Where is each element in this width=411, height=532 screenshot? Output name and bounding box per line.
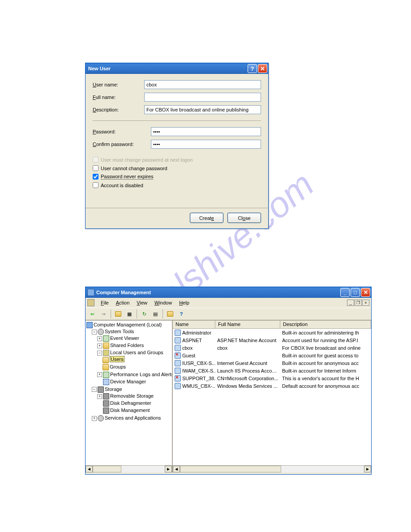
list-row[interactable]: IUSR_CBX-S...Internet Guest AccountBuilt…	[173, 359, 371, 367]
tree-groups[interactable]: Groups	[103, 364, 171, 371]
user-icon	[175, 352, 181, 359]
list-row[interactable]: WMUS_CBX-...Windows Media Services ...De…	[173, 382, 371, 390]
never-expires-label: Password never expires	[101, 174, 153, 180]
must-change-password-row: User must change password at next logon	[93, 157, 261, 163]
list-row[interactable]: cboxcboxFor CBOX live broadcast and onli…	[173, 344, 371, 352]
must-change-password-checkbox	[93, 157, 98, 163]
list-scrollbar[interactable]: ◀ ▶	[173, 465, 371, 472]
cannot-change-password-label: User cannot change password	[101, 166, 167, 171]
export-button[interactable]: ▤	[150, 309, 160, 319]
divider	[93, 120, 261, 121]
never-expires-checkbox[interactable]	[93, 174, 98, 180]
user-icon	[175, 368, 181, 374]
menu-file[interactable]: File	[97, 299, 112, 306]
menu-help[interactable]: Help	[176, 299, 193, 306]
list-row[interactable]: AdministratorBuilt-in account for admini…	[173, 329, 371, 336]
mmc-titlebar[interactable]: Computer Management _ □ ✕	[86, 287, 371, 298]
dialog-titlebar[interactable]: New User ? ✕	[86, 63, 268, 74]
description-input[interactable]	[144, 105, 261, 114]
tree-disk-defragmenter[interactable]: Disk Defragmenter	[97, 400, 171, 407]
user-icon	[175, 360, 181, 366]
column-fullname[interactable]: Full Name	[215, 321, 280, 328]
new-user-dialog: New User ? ✕ User name: Full name: Descr…	[85, 63, 269, 229]
mmc-app-icon	[87, 289, 94, 296]
menubar: File Action View Window Help _ ❐ ×	[86, 298, 371, 308]
tree-event-viewer[interactable]: +Event Viewer	[97, 335, 171, 342]
tree-shared-folders[interactable]: +Shared Folders	[97, 342, 171, 349]
scroll-right-arrow[interactable]: ▶	[364, 466, 371, 472]
tree-performance-logs[interactable]: +Performance Logs and Alerts	[97, 371, 171, 378]
scroll-right-arrow[interactable]: ▶	[165, 466, 172, 472]
properties-button[interactable]	[165, 309, 175, 319]
user-icon	[175, 383, 181, 389]
list-header[interactable]: Name Full Name Description	[173, 321, 371, 329]
username-label: User name:	[93, 82, 144, 87]
dialog-close-button[interactable]: ✕	[258, 64, 267, 73]
column-name[interactable]: Name	[173, 321, 215, 328]
password-input[interactable]	[151, 127, 261, 136]
tree-storage[interactable]: −Storage +Removable Storage Disk Defragm…	[92, 386, 171, 415]
menu-view[interactable]: View	[133, 299, 151, 306]
tree-services-apps[interactable]: +Services and Applications	[92, 415, 171, 422]
cannot-change-password-row[interactable]: User cannot change password	[93, 165, 261, 171]
forward-button[interactable]: ⇒	[98, 309, 108, 319]
list-row[interactable]: SUPPORT_38...CN=Microsoft Corporation...…	[173, 374, 371, 382]
confirm-password-input[interactable]	[151, 140, 261, 149]
maximize-button[interactable]: □	[351, 288, 360, 297]
list-row[interactable]: IWAM_CBX-S...Launch IIS Process AccountB…	[173, 367, 371, 374]
minimize-button[interactable]: _	[340, 288, 350, 297]
never-expires-row[interactable]: Password never expires	[93, 174, 261, 180]
back-button[interactable]: ⇐	[87, 309, 97, 319]
mdi-icon	[87, 299, 94, 306]
close-button[interactable]: Close	[227, 213, 261, 223]
tree-users[interactable]: Users	[103, 356, 171, 363]
user-icon	[175, 345, 181, 351]
menu-window[interactable]: Window	[151, 299, 176, 306]
mdi-close-button[interactable]: ×	[362, 300, 369, 306]
mdi-minimize-button[interactable]: _	[347, 300, 354, 306]
column-description[interactable]: Description	[280, 321, 371, 328]
computer-management-window: Computer Management _ □ ✕ File Action Vi…	[85, 287, 372, 475]
tree-system-tools[interactable]: −System Tools +Event Viewer +Shared Fold…	[92, 328, 171, 386]
fullname-input[interactable]	[144, 93, 261, 102]
cannot-change-password-checkbox[interactable]	[93, 165, 98, 171]
account-disabled-checkbox[interactable]	[93, 182, 98, 188]
list-row[interactable]: GuestBuilt-in account for guest access t…	[173, 352, 371, 359]
must-change-password-label: User must change password at next logon	[101, 157, 193, 163]
tree-disk-management[interactable]: Disk Management	[97, 407, 171, 414]
tree-removable-storage[interactable]: +Removable Storage	[97, 393, 171, 400]
scroll-left-arrow[interactable]: ◀	[86, 466, 93, 472]
up-button[interactable]	[113, 309, 123, 319]
tree-pane: Computer Management (Local) −System Tool…	[86, 321, 173, 472]
account-disabled-row[interactable]: Account is disabled	[93, 182, 261, 188]
show-hide-tree-button[interactable]: ▦	[124, 309, 134, 319]
refresh-button[interactable]: ↻	[139, 309, 149, 319]
help-button[interactable]: ?	[176, 309, 186, 319]
window-close-button[interactable]: ✕	[361, 288, 370, 297]
mdi-restore-button[interactable]: ❐	[355, 300, 362, 306]
mmc-title: Computer Management	[96, 290, 339, 295]
console-tree[interactable]: Computer Management (Local) −System Tool…	[86, 321, 172, 465]
username-input[interactable]	[144, 80, 261, 89]
scroll-left-arrow[interactable]: ◀	[173, 466, 180, 472]
scroll-thumb[interactable]	[93, 466, 121, 472]
dialog-title: New User	[88, 66, 247, 71]
dialog-help-button[interactable]: ?	[248, 64, 257, 73]
list-body[interactable]: AdministratorBuilt-in account for admini…	[173, 329, 371, 465]
create-button[interactable]: Create	[190, 213, 223, 223]
tree-local-users-groups[interactable]: −Local Users and Groups Users Groups	[97, 349, 171, 371]
tree-scrollbar[interactable]: ◀ ▶	[86, 465, 172, 472]
fullname-label: Full name:	[93, 94, 144, 100]
confirm-password-label: Confirm password:	[93, 142, 151, 147]
description-label: Description:	[93, 107, 144, 112]
scroll-thumb[interactable]	[180, 466, 281, 472]
tree-device-manager[interactable]: Device Manager	[97, 378, 171, 386]
list-row[interactable]: ASPNETASP.NET Machine AccountAccount use…	[173, 336, 371, 344]
user-icon	[175, 375, 181, 382]
toolbar: ⇐ ⇒ ▦ ↻ ▤ ?	[86, 308, 371, 320]
tree-root[interactable]: Computer Management (Local) −System Tool…	[86, 322, 171, 422]
menu-action[interactable]: Action	[112, 299, 133, 306]
user-icon	[175, 330, 181, 336]
password-label: Password:	[93, 129, 151, 134]
user-icon	[175, 337, 181, 343]
